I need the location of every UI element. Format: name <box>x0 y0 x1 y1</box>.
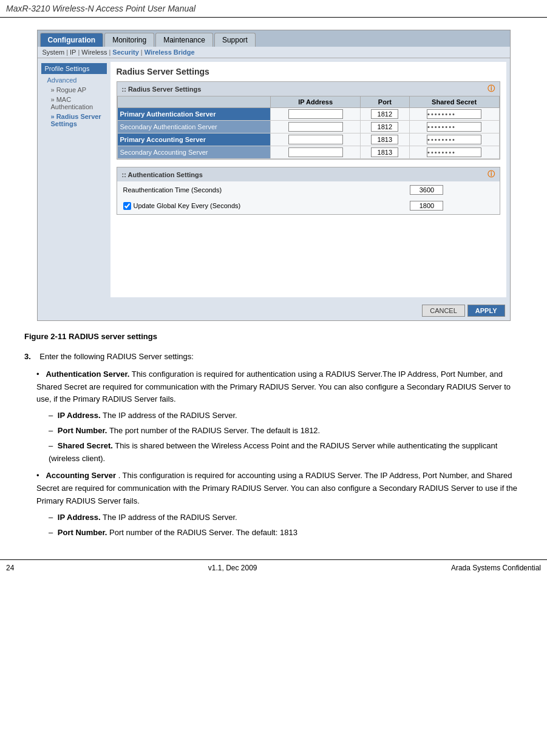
input-secondary-auth-secret[interactable] <box>427 122 481 132</box>
sub-text-port: The port number of the RADIUS Server. Th… <box>109 426 320 435</box>
update-key-checkbox[interactable] <box>123 202 131 210</box>
tab-configuration[interactable]: Configuration <box>40 33 104 47</box>
input-secondary-auth-ip[interactable] <box>288 122 343 132</box>
sub-bullet-shared-secret: – Shared Secret. This is shared between … <box>49 440 523 465</box>
tab-support[interactable]: Support <box>214 33 256 47</box>
reauth-value-cell <box>406 183 498 197</box>
sub-bullet-ip-address: – IP Address. The IP address of the RADI… <box>49 410 523 422</box>
sub-text-ip-acc: The IP address of the RADIUS Server. <box>103 513 237 522</box>
cell-primary-acc-ip <box>271 133 361 146</box>
cancel-button[interactable]: CANCEL <box>422 305 465 317</box>
footer-page-num: 24 <box>6 564 14 572</box>
bullet-auth-title: Authentication Server. <box>46 370 129 379</box>
update-key-label: Update Global Key Every (Seconds) <box>134 202 241 209</box>
footer-company: Arada Systems Confidential <box>451 564 541 572</box>
cell-primary-acc-secret <box>409 133 499 146</box>
radius-section-header: :: Radius Server Settings ⓘ <box>117 82 500 96</box>
col-header-label <box>117 96 271 108</box>
nav-tabs: Configuration Monitoring Maintenance Sup… <box>38 30 510 47</box>
input-update-key[interactable] <box>410 201 443 211</box>
screenshot-inner: Profile Settings Advanced » Rogue AP » M… <box>38 58 510 301</box>
sidebar-item-mac-auth[interactable]: » MAC Authentication <box>41 95 107 112</box>
sidebar-item-advanced[interactable]: Advanced <box>41 75 107 85</box>
breadcrumb-wireless-bridge[interactable]: Wireless Bridge <box>144 49 195 56</box>
input-secondary-acc-ip[interactable] <box>288 147 343 157</box>
breadcrumb-system[interactable]: System <box>42 49 65 56</box>
auth-settings-table: Reauthentication Time (Seconds) Update G… <box>117 181 500 214</box>
button-row: CANCEL APPLY <box>38 301 510 320</box>
sidebar-item-profile-settings[interactable]: Profile Settings <box>41 63 107 74</box>
figure-caption: Figure 2-11 RADIUS server settings <box>24 332 523 341</box>
main-panel: Radius Server Settings :: Radius Server … <box>110 62 506 297</box>
screenshot-box: Configuration Monitoring Maintenance Sup… <box>37 30 511 321</box>
sub-title-ip: IP Address. <box>58 411 101 420</box>
bullet-auth-server: • Authentication Server. This configurat… <box>36 368 523 406</box>
content-area: Configuration Monitoring Maintenance Sup… <box>0 18 547 553</box>
breadcrumb-wireless[interactable]: Wireless <box>81 49 107 56</box>
input-primary-acc-ip[interactable] <box>288 135 343 144</box>
sub-bullet-port-acc: – Port Number. Port number of the RADIUS… <box>49 527 523 539</box>
cell-primary-auth-secret <box>409 108 499 121</box>
bullet-symbol-2: • <box>36 471 39 480</box>
cell-secondary-auth-ip <box>271 121 361 133</box>
sidebar-item-radius-server[interactable]: » Radius Server Settings <box>41 112 107 129</box>
apply-button[interactable]: APPLY <box>467 305 505 317</box>
sub-title-secret: Shared Secret. <box>58 441 113 450</box>
input-primary-auth-ip[interactable] <box>288 109 343 119</box>
step-number: 3. <box>24 352 31 361</box>
reauth-label: Reauthentication Time (Seconds) <box>118 183 406 197</box>
cell-secondary-auth-port <box>361 121 410 133</box>
row-label-primary-auth: Primary Authentication Server <box>117 108 271 121</box>
radius-server-section: :: Radius Server Settings ⓘ IP Address P… <box>117 81 500 160</box>
bullet-accounting-server: • Accounting Server . This configuration… <box>36 470 523 507</box>
auth-section-title: :: Authentication Settings <box>122 171 203 178</box>
page-header: MaxR-3210 Wireless-N Access Point User M… <box>0 0 547 18</box>
cell-primary-acc-port <box>361 133 410 146</box>
info-icon: ⓘ <box>488 84 495 94</box>
cell-secondary-acc-port <box>361 146 410 159</box>
sidebar-item-rogue-ap[interactable]: » Rogue AP <box>41 85 107 95</box>
bullet-acc-title: Accounting Server <box>46 471 116 480</box>
tab-monitoring[interactable]: Monitoring <box>104 33 154 47</box>
step3-text: Enter the following RADIUS Server settin… <box>39 352 194 361</box>
sub-title-port: Port Number. <box>58 426 107 435</box>
update-key-value-cell <box>406 198 498 213</box>
input-primary-acc-secret[interactable] <box>427 135 481 144</box>
info-icon-auth: ⓘ <box>488 169 495 180</box>
input-secondary-auth-port[interactable] <box>371 122 398 132</box>
sub-bullet-port-number: – Port Number. The port number of the RA… <box>49 425 523 437</box>
sub-text-secret: This is shared between the Wireless Acce… <box>49 441 497 463</box>
update-key-row: Update Global Key Every (Seconds) <box>118 198 498 213</box>
col-header-port: Port <box>361 96 410 108</box>
input-secondary-acc-port[interactable] <box>371 147 398 157</box>
step3: 3. Enter the following RADIUS Server set… <box>24 351 523 363</box>
panel-title: Radius Server Settings <box>117 67 500 76</box>
cell-primary-auth-port <box>361 108 410 121</box>
update-key-checkbox-row: Update Global Key Every (Seconds) <box>123 202 401 210</box>
row-label-secondary-acc: Secondary Accounting Server <box>117 146 271 159</box>
table-row: Primary Accounting Server <box>117 133 499 146</box>
sub-title-port-acc: Port Number. <box>58 528 107 537</box>
cell-secondary-auth-secret <box>409 121 499 133</box>
sub-bullet-ip-acc: – IP Address. The IP address of the RADI… <box>49 511 523 524</box>
cell-secondary-acc-ip <box>271 146 361 159</box>
breadcrumb-security[interactable]: Security <box>112 49 138 56</box>
input-reauth-time[interactable] <box>410 185 443 195</box>
bullet-symbol: • <box>36 370 39 379</box>
tab-maintenance[interactable]: Maintenance <box>155 33 213 47</box>
table-row: Secondary Authentication Server <box>117 121 499 133</box>
auth-settings-section: :: Authentication Settings ⓘ Reauthentic… <box>117 167 500 215</box>
col-header-ip: IP Address <box>271 96 361 108</box>
footer-version: v1.1, Dec 2009 <box>208 564 257 572</box>
input-primary-auth-port[interactable] <box>371 109 398 119</box>
radius-section-title: :: Radius Server Settings <box>122 86 202 93</box>
table-row: Primary Authentication Server <box>117 108 499 121</box>
col-header-secret: Shared Secret <box>409 96 499 108</box>
input-secondary-acc-secret[interactable] <box>427 147 481 157</box>
breadcrumb-ip[interactable]: IP <box>70 49 76 56</box>
cell-primary-auth-ip <box>271 108 361 121</box>
radius-table: IP Address Port Shared Secret Primary Au… <box>117 96 500 159</box>
page-footer: 24 v1.1, Dec 2009 Arada Systems Confiden… <box>0 559 547 576</box>
input-primary-acc-port[interactable] <box>371 135 398 144</box>
input-primary-auth-secret[interactable] <box>427 109 481 119</box>
